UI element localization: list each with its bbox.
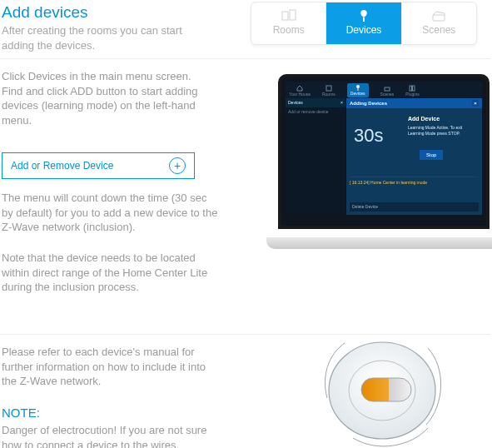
add-remove-device-button[interactable]: Add or Remove Device + <box>2 152 195 179</box>
svg-rect-9 <box>413 86 415 91</box>
note-text: Danger of electrocution! If you are not … <box>2 423 208 448</box>
instruction-4: Please refer to each device's manual for… <box>2 345 220 389</box>
nav-scenes: Scenes <box>380 85 395 97</box>
app-top-nav: Your House Rooms Devices Scenes Plugins <box>286 82 482 98</box>
device-illustration <box>303 328 461 448</box>
tab-label: Devices <box>346 23 382 37</box>
svg-rect-8 <box>410 86 412 91</box>
laptop-base <box>266 237 492 249</box>
instruction-1: Click Devices in the main menu screen. F… <box>2 69 210 127</box>
instruction-3: Note that the device needs to be located… <box>2 251 223 295</box>
tab-label: Rooms <box>273 23 305 37</box>
app-screenshot: Your House Rooms Devices Scenes Plugins … <box>275 74 492 241</box>
close-icon: × <box>340 100 343 106</box>
tab-rooms[interactable]: Rooms <box>251 2 326 44</box>
delete-device-row: Delete Device <box>350 202 479 212</box>
svg-rect-12 <box>361 378 411 401</box>
note-label: NOTE: <box>2 405 40 421</box>
svg-rect-1 <box>290 10 296 20</box>
button-label: Add or Remove Device <box>11 159 113 172</box>
log-line: [ 16:13:24] Home Center in learning mode <box>350 177 479 186</box>
left-panel-item: Add or remove device <box>286 107 345 117</box>
svg-rect-7 <box>385 87 390 91</box>
app-right-panel: Adding Devices× Add Device Learning Mode… <box>346 98 482 215</box>
panel-title: Add Device <box>408 115 440 122</box>
svg-rect-0 <box>282 12 288 20</box>
tab-label: Scenes <box>422 23 455 37</box>
tab-scenes[interactable]: Scenes <box>402 2 476 44</box>
panel-subtitle: Learning Mode Active. To exit Learning M… <box>408 125 479 137</box>
intro-text: After creating the rooms you can start a… <box>2 23 210 52</box>
section-bottom: Please refer to each device's manual for… <box>0 333 491 448</box>
section-top: Click Devices in the main menu screen. F… <box>0 58 491 335</box>
nav-devices: Devices <box>347 83 369 97</box>
main-tabs: Rooms Devices Scenes <box>251 2 477 45</box>
close-icon: × <box>472 100 479 107</box>
tab-devices[interactable]: Devices <box>326 2 400 44</box>
devices-icon <box>356 9 371 22</box>
page-title: Add devices <box>2 2 88 23</box>
nav-rooms: Rooms <box>322 85 335 97</box>
plus-icon: + <box>169 157 186 174</box>
svg-point-5 <box>356 85 360 88</box>
svg-rect-4 <box>326 86 331 91</box>
app-left-panel: Devices× Add or remove device <box>286 98 346 215</box>
nav-home: Your House <box>289 85 311 97</box>
scenes-icon <box>430 9 447 22</box>
countdown-value: 30s <box>354 123 383 148</box>
rooms-icon <box>281 9 297 22</box>
panel-header: Adding Devices <box>350 100 387 107</box>
stop-button[interactable]: Stop <box>420 150 443 160</box>
svg-rect-3 <box>433 15 445 21</box>
nav-plugins: Plugins <box>405 85 419 97</box>
left-panel-title: Devices <box>288 100 303 106</box>
instruction-2: The menu will count down the time (30 se… <box>2 191 220 235</box>
svg-rect-2 <box>363 17 365 22</box>
